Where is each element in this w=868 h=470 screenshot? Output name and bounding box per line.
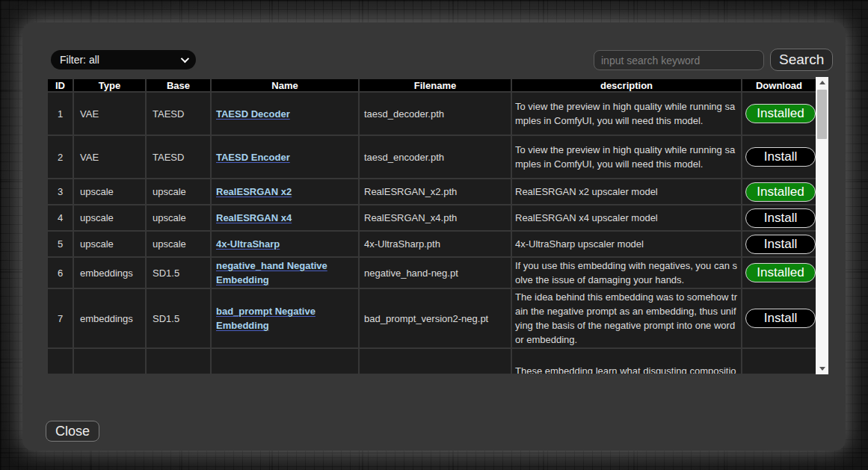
cell-type: upscale — [73, 231, 146, 257]
cell-description: The idea behind this embedding was to so… — [511, 288, 742, 348]
column-header-id: ID — [47, 78, 73, 92]
cell-description: To view the preview in high quality whil… — [511, 135, 742, 179]
cell-filename: taesd_encoder.pth — [359, 135, 511, 179]
cell-download — [742, 348, 816, 374]
model-table: IDTypeBaseNameFilenamedescriptionDownloa… — [46, 78, 816, 374]
cell-name: TAESD Encoder — [211, 135, 359, 179]
cell-description: If you use this embedding with negatives… — [511, 257, 742, 288]
cell-base: upscale — [146, 205, 211, 231]
model-table-body: 1VAETAESDTAESD Decodertaesd_decoder.pthT… — [47, 92, 816, 374]
installed-button[interactable]: Installed — [745, 263, 816, 282]
cell-id: 2 — [47, 135, 73, 179]
cell-base: TAESD — [146, 92, 211, 135]
close-button[interactable]: Close — [46, 421, 99, 442]
filter-select-label: Filter: all — [60, 54, 99, 66]
model-link[interactable]: TAESD Decoder — [216, 108, 290, 120]
cell-description: RealESRGAN x2 upscaler model — [511, 179, 742, 205]
cell-id: 1 — [47, 92, 73, 135]
cell-id — [47, 348, 73, 374]
table-row: These embedding learn what disgusting co… — [47, 348, 816, 374]
install-button[interactable]: Install — [745, 235, 816, 254]
cell-name: TAESD Decoder — [211, 92, 359, 135]
column-header-filename: Filename — [359, 78, 511, 92]
cell-description: These embedding learn what disgusting co… — [511, 348, 742, 374]
model-link[interactable]: RealESRGAN x4 — [216, 212, 292, 223]
column-header-download: Download — [742, 78, 816, 92]
cell-type: upscale — [73, 205, 146, 231]
cell-id: 3 — [47, 179, 73, 205]
cell-name: negative_hand Negative Embedding — [211, 257, 359, 288]
table-row: 5upscaleupscale4x-UltraSharp4x-UltraShar… — [47, 231, 816, 257]
model-link[interactable]: negative_hand Negative Embedding — [216, 260, 327, 285]
triangle-up-icon — [819, 81, 825, 84]
table-header-row: IDTypeBaseNameFilenamedescriptionDownloa… — [47, 78, 816, 92]
table-row: 1VAETAESDTAESD Decodertaesd_decoder.pthT… — [47, 92, 816, 135]
cell-name: RealESRGAN x2 — [211, 179, 359, 205]
table-scrollbar[interactable] — [816, 77, 828, 374]
cell-filename: 4x-UltraSharp.pth — [359, 231, 511, 257]
search-button[interactable]: Search — [770, 49, 833, 71]
installed-button[interactable]: Installed — [745, 104, 816, 123]
column-header-description: description — [511, 78, 742, 92]
cell-base — [146, 348, 211, 374]
cell-filename: taesd_decoder.pth — [359, 92, 511, 135]
filter-select[interactable]: Filter: all — [51, 50, 196, 69]
scroll-up-button[interactable] — [816, 77, 828, 88]
cell-download: Install — [742, 135, 816, 179]
model-link[interactable]: bad_prompt Negative Embedding — [216, 306, 316, 331]
search-input[interactable] — [594, 50, 764, 70]
cell-id: 7 — [47, 288, 73, 348]
table-row: 4upscaleupscaleRealESRGAN x4RealESRGAN_x… — [47, 205, 816, 231]
model-link[interactable]: TAESD Encoder — [216, 152, 290, 163]
cell-download: Installed — [742, 92, 816, 135]
cell-name: bad_prompt Negative Embedding — [211, 288, 359, 348]
cell-base: upscale — [146, 231, 211, 257]
cell-name: RealESRGAN x4 — [211, 205, 359, 231]
cell-filename: RealESRGAN_x2.pth — [359, 179, 511, 205]
cell-download: Installed — [742, 179, 816, 205]
cell-base: TAESD — [146, 135, 211, 179]
triangle-down-icon — [819, 367, 825, 371]
scrollbar-thumb[interactable] — [817, 90, 827, 139]
cell-type — [73, 348, 146, 374]
model-manager-dialog: Filter: all Search IDTypeBaseNameFilenam… — [22, 22, 846, 451]
cell-filename: bad_prompt_version2-neg.pt — [359, 288, 511, 348]
install-button[interactable]: Install — [745, 208, 816, 228]
cell-filename: negative_hand-neg.pt — [359, 257, 511, 288]
cell-id: 4 — [47, 205, 73, 231]
cell-name — [211, 348, 359, 374]
cell-id: 5 — [47, 231, 73, 257]
install-button[interactable]: Install — [745, 309, 816, 328]
cell-id: 6 — [47, 257, 73, 288]
cell-base: upscale — [146, 179, 211, 205]
cell-type: VAE — [73, 92, 146, 135]
cell-download: Install — [742, 288, 816, 348]
cell-description: 4x-UltraSharp upscaler model — [511, 231, 742, 257]
cell-download: Installed — [742, 257, 816, 288]
scroll-down-button[interactable] — [816, 363, 828, 374]
table-row: 6embeddingsSD1.5negative_hand Negative E… — [47, 257, 816, 288]
cell-type: upscale — [73, 179, 146, 205]
cell-filename: RealESRGAN_x4.pth — [359, 205, 511, 231]
installed-button[interactable]: Installed — [745, 182, 816, 202]
column-header-type: Type — [73, 78, 146, 92]
cell-type: VAE — [73, 135, 146, 179]
cell-download: Install — [742, 205, 816, 231]
cell-download: Install — [742, 231, 816, 257]
column-header-name: Name — [211, 78, 359, 92]
table-row: 7embeddingsSD1.5bad_prompt Negative Embe… — [47, 288, 816, 348]
model-link[interactable]: 4x-UltraSharp — [216, 238, 280, 250]
cell-description: To view the preview in high quality whil… — [511, 92, 742, 135]
chevron-down-icon — [181, 55, 189, 63]
table-row: 2VAETAESDTAESD Encodertaesd_encoder.pthT… — [47, 135, 816, 179]
install-button[interactable]: Install — [745, 147, 816, 167]
cell-description: RealESRGAN x4 upscaler model — [511, 205, 742, 231]
model-link[interactable]: RealESRGAN x2 — [216, 186, 292, 197]
cell-type: embeddings — [73, 288, 146, 348]
cell-type: embeddings — [73, 257, 146, 288]
column-header-base: Base — [146, 78, 211, 92]
cell-base: SD1.5 — [146, 257, 211, 288]
cell-filename — [359, 348, 511, 374]
cell-name: 4x-UltraSharp — [211, 231, 359, 257]
cell-base: SD1.5 — [146, 288, 211, 348]
